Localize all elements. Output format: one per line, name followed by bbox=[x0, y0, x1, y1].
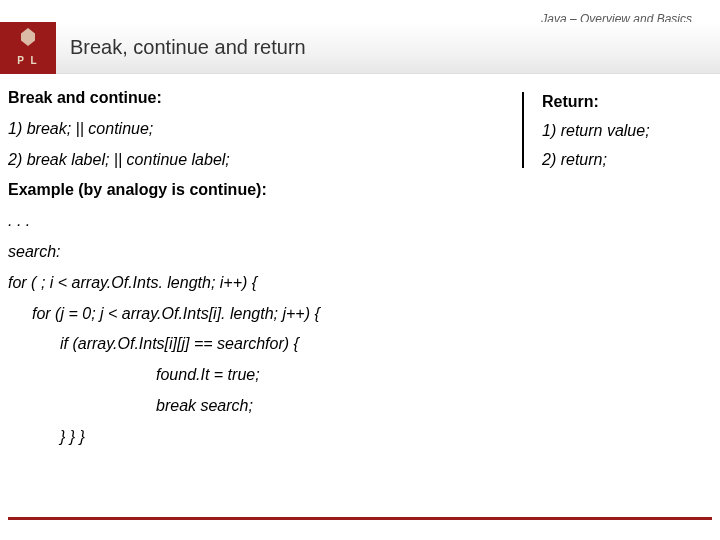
footer-rule bbox=[8, 517, 712, 520]
right-column: Return: 1) return value; 2) return; bbox=[542, 88, 712, 174]
left-column: Break and continue: 1) break; || continu… bbox=[8, 86, 483, 456]
left-item-1: 1) break; || continue; bbox=[8, 117, 483, 142]
column-divider bbox=[522, 92, 524, 168]
left-item-2: 2) break label; || continue label; bbox=[8, 148, 483, 173]
code-line-found: found.It = true; bbox=[8, 363, 483, 388]
left-heading: Break and continue: bbox=[8, 86, 483, 111]
code-line-for-inner: for (j = 0; j < array.Of.Ints[i]. length… bbox=[8, 302, 483, 327]
code-line-ellipsis: . . . bbox=[8, 209, 483, 234]
right-item-1: 1) return value; bbox=[542, 117, 712, 146]
right-item-2: 2) return; bbox=[542, 146, 712, 175]
example-heading: Example (by analogy is continue): bbox=[8, 178, 483, 203]
slide-body: Break and continue: 1) break; || continu… bbox=[8, 86, 712, 456]
code-line-label: search: bbox=[8, 240, 483, 265]
code-line-for-outer: for ( ; i < array.Of.Ints. length; i++) … bbox=[8, 271, 483, 296]
title-row: P L Break, continue and return bbox=[0, 22, 720, 74]
right-heading: Return: bbox=[542, 88, 712, 117]
code-line-closing: } } } bbox=[8, 425, 483, 450]
code-line-break: break search; bbox=[8, 394, 483, 419]
logo-letters: P L bbox=[17, 55, 38, 66]
slide-title: Break, continue and return bbox=[56, 22, 720, 74]
university-logo: P L bbox=[0, 22, 56, 74]
code-line-if: if (array.Of.Ints[i][j] == searchfor) { bbox=[8, 332, 483, 357]
